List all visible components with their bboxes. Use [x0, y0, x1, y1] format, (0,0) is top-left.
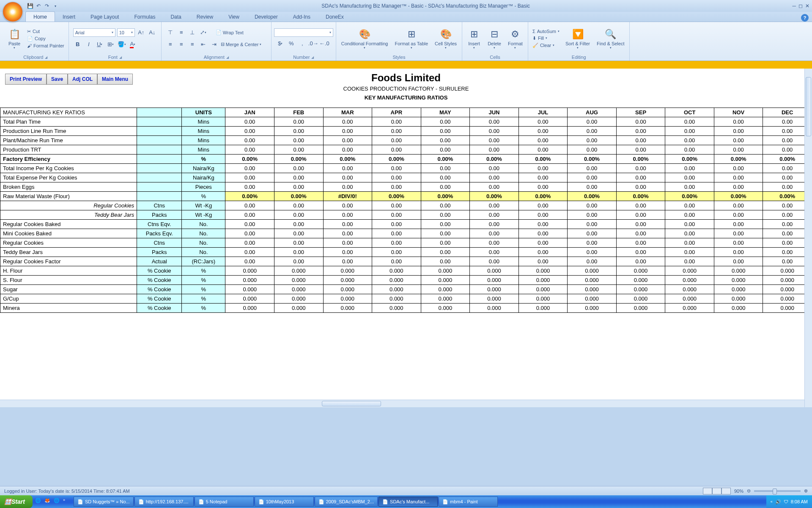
cell[interactable]: 0.00%	[616, 192, 665, 201]
worksheet-area[interactable]: Print PreviewSaveAdj COLMain Menu Foods …	[0, 69, 812, 407]
row-c2[interactable]	[137, 182, 182, 192]
row-c2[interactable]	[137, 192, 182, 201]
vertical-scrollbar[interactable]	[804, 69, 812, 407]
cell[interactable]: 0.00	[225, 220, 274, 229]
cell[interactable]: 0.00	[714, 238, 763, 248]
cell[interactable]: 0.00	[714, 164, 763, 173]
cell[interactable]: 0.00%	[225, 155, 274, 164]
cell[interactable]: 0.000	[714, 294, 763, 304]
cell[interactable]: 0.00	[274, 182, 323, 192]
fill-button[interactable]: ⬇ Fill ▾	[531, 35, 561, 41]
cell[interactable]: 0.000	[274, 266, 323, 276]
cell[interactable]: 0.00	[225, 229, 274, 238]
decrease-decimal-icon[interactable]: ←.0	[320, 39, 329, 48]
cell[interactable]: 0.00	[665, 220, 714, 229]
cell[interactable]: 0.00	[323, 182, 372, 192]
cell[interactable]: 0.00	[665, 127, 714, 136]
cell[interactable]: 0.000	[518, 294, 568, 304]
cell[interactable]: 0.00	[421, 210, 470, 220]
cell[interactable]: 0.00	[274, 173, 323, 182]
cell[interactable]: 0.00	[665, 229, 714, 238]
cell[interactable]: 0.00	[470, 145, 519, 155]
cell[interactable]: 0.00	[421, 220, 470, 229]
cell[interactable]: 0.000	[714, 266, 763, 276]
row-units[interactable]: No.	[182, 238, 225, 248]
cell[interactable]: 0.00%	[421, 192, 470, 201]
cell[interactable]: 0.00	[421, 201, 470, 210]
font-size-combo[interactable]: 10▾	[117, 28, 135, 37]
taskbar-task[interactable]: 📄10thMay2013	[255, 497, 314, 507]
cell[interactable]: 0.00	[323, 164, 372, 173]
format-cells-button[interactable]: ⚙Format▾	[505, 27, 525, 50]
cell[interactable]: 0.00%	[665, 155, 714, 164]
row-label[interactable]: Regular Cookies	[0, 201, 137, 210]
tab-home[interactable]: Home	[25, 11, 55, 22]
tab-data[interactable]: Data	[163, 12, 189, 22]
row-label[interactable]: H. Flour	[0, 266, 137, 276]
fill-color-button[interactable]: 🪣▾	[117, 40, 126, 49]
row-label[interactable]: S. Flour	[0, 276, 137, 285]
cell[interactable]: 0.000	[616, 276, 665, 285]
view-buttons[interactable]	[703, 488, 731, 494]
cell[interactable]: 0.000	[568, 294, 617, 304]
cell[interactable]: 0.00%	[714, 192, 763, 201]
row-c2[interactable]	[137, 145, 182, 155]
row-label[interactable]: Total Expense Per Kg Cookies	[0, 173, 137, 182]
cell[interactable]: 0.00	[421, 238, 470, 248]
cell[interactable]: 0.00	[714, 127, 763, 136]
cell[interactable]: 0.00	[372, 201, 421, 210]
cell[interactable]: 0.00	[225, 164, 274, 173]
row-units[interactable]: Wt -Kg	[182, 210, 225, 220]
cell[interactable]: 0.00%	[470, 192, 519, 201]
qat-more-icon[interactable]: ▾	[52, 2, 59, 10]
row-label[interactable]: Regular Cookies Baked	[0, 220, 137, 229]
cell[interactable]: 0.00	[323, 248, 372, 257]
row-label[interactable]: Broken Eggs	[0, 182, 137, 192]
cell[interactable]: 0.000	[518, 276, 568, 285]
increase-decimal-icon[interactable]: .0→	[309, 39, 318, 48]
cell[interactable]: 0.00	[518, 238, 568, 248]
cell[interactable]: 0.00%	[616, 155, 665, 164]
cell[interactable]: 0.00%	[372, 192, 421, 201]
cell[interactable]: 0.00	[665, 238, 714, 248]
cell[interactable]: 0.00	[518, 145, 568, 155]
maximize-button[interactable]: ◻	[798, 3, 803, 9]
cell[interactable]: 0.00%	[421, 155, 470, 164]
row-label[interactable]: Raw Material Waste (Flour)	[0, 192, 137, 201]
cell[interactable]: 0.00	[616, 201, 665, 210]
cell[interactable]: 0.000	[470, 266, 519, 276]
cell[interactable]: 0.000	[225, 304, 274, 313]
save-button[interactable]: Save	[47, 74, 68, 85]
cell[interactable]: 0.000	[714, 285, 763, 294]
cell[interactable]: 0.00	[568, 127, 617, 136]
cell[interactable]: 0.00	[421, 164, 470, 173]
cell[interactable]: 0.000	[665, 285, 714, 294]
cell[interactable]: 0.00	[616, 220, 665, 229]
cell[interactable]: 0.000	[225, 276, 274, 285]
cell[interactable]: 0.00	[372, 136, 421, 145]
cell[interactable]: 0.00	[470, 136, 519, 145]
cell[interactable]: 0.00	[372, 164, 421, 173]
cell[interactable]: 0.00	[323, 127, 372, 136]
alignment-dialog-icon[interactable]: ◢	[226, 55, 229, 59]
taskbar-task[interactable]: 📄5 Notepad	[195, 497, 254, 507]
cell[interactable]: 0.00	[714, 136, 763, 145]
paste-button[interactable]: 📋Paste▾	[5, 27, 24, 50]
cell[interactable]: 0.00	[568, 248, 617, 257]
cell[interactable]: 0.000	[274, 285, 323, 294]
tab-formulas[interactable]: Formulas	[126, 12, 163, 22]
row-c2[interactable]	[137, 173, 182, 182]
cell[interactable]: 0.000	[225, 266, 274, 276]
taskbar-task[interactable]: 📄http://192.168.137....	[134, 497, 194, 507]
row-units[interactable]: Naira/Kg	[182, 164, 225, 173]
cell[interactable]: 0.00	[372, 145, 421, 155]
cell[interactable]: 0.000	[665, 266, 714, 276]
row-label[interactable]: G/Cup	[0, 294, 137, 304]
row-units[interactable]: %	[182, 276, 225, 285]
qat-undo-icon[interactable]: ↶	[35, 2, 42, 10]
cell[interactable]: 0.00	[616, 210, 665, 220]
cell[interactable]: 0.00%	[714, 155, 763, 164]
cell[interactable]: 0.000	[714, 304, 763, 313]
cell[interactable]: 0.00%	[470, 155, 519, 164]
orientation-icon[interactable]: ⤢▾	[199, 28, 208, 37]
